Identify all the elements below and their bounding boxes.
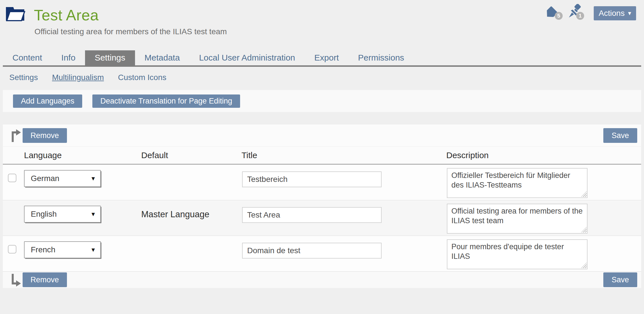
column-header-title: Title [242,150,257,160]
tab-info[interactable]: Info [52,50,85,66]
language-select-german[interactable]: German▼ [24,170,101,187]
remove-button-top[interactable]: Remove [23,128,67,143]
column-header-default: Default [141,150,168,160]
apply-to-selection-up-arrow-icon [10,128,21,144]
table-row-german: German▼ [3,165,641,200]
description-textarea-german[interactable] [447,168,588,198]
tab-content[interactable]: Content [3,50,52,66]
table-top-command-bar: Remove Save [3,124,641,147]
actions-button-label: Actions [599,9,625,18]
dropdown-arrow-icon: ▼ [86,211,100,218]
table-row-french: French▼ [3,236,641,272]
tab-bar: ContentInfoSettingsMetadataLocal User Ad… [3,50,641,66]
language-select-french[interactable]: French▼ [24,241,101,258]
folder-icon [5,5,27,24]
translations-table: Remove Save Language Default Title Descr… [3,124,641,287]
tab-settings[interactable]: Settings [85,50,135,66]
row-checkbox-german[interactable] [8,174,16,182]
page-title: Test Area [34,6,99,24]
title-input-french[interactable] [242,243,382,259]
description-field-wrap [447,168,588,198]
remove-button-bottom[interactable]: Remove [23,272,67,287]
language-select-value: French [25,245,86,254]
chevron-down-icon: ▾ [628,10,631,16]
dropdown-arrow-icon: ▼ [86,175,100,182]
page: Test Area Official testing area for memb… [0,0,644,314]
table-bottom-command-bar: Remove Save [3,272,641,288]
language-select-value: English [25,210,86,219]
save-button-bottom[interactable]: Save [603,272,637,287]
table-row-english: English▼Master Language [3,200,641,236]
page-subtitle: Official testing area for members of the… [34,27,227,36]
table-header-row: Language Default Title Description [3,147,641,165]
tab-underline [3,65,641,67]
description-textarea-english[interactable] [447,204,588,234]
subtab-bar: SettingsMultilingualismCustom Icons [9,72,166,83]
toolbar: Add Languages Deactivate Translation for… [3,90,641,112]
description-field-wrap [447,239,588,269]
deactivate-translation-button[interactable]: Deactivate Translation for Page Editing [92,94,240,108]
master-language-label: Master Language [141,209,209,220]
language-select-english[interactable]: English▼ [24,206,101,223]
tag-count-badge: 5 [555,12,563,20]
row-checkbox-french[interactable] [8,245,16,253]
save-button-top[interactable]: Save [603,128,637,143]
subtab-multilingualism[interactable]: Multilingualism [52,73,104,82]
pin-count-badge: 1 [576,12,584,20]
tab-local-user-administration[interactable]: Local User Administration [190,50,305,66]
tab-permissions[interactable]: Permissions [349,50,414,66]
dropdown-arrow-icon: ▼ [86,247,100,253]
column-header-language: Language [24,150,62,160]
description-field-wrap [447,204,588,234]
subtab-settings[interactable]: Settings [9,73,38,82]
apply-to-selection-down-arrow-icon [10,273,21,289]
table-body: German▼English▼Master LanguageFrench▼ [3,165,641,272]
column-header-description: Description [446,150,489,160]
description-textarea-french[interactable] [447,239,588,269]
add-languages-button[interactable]: Add Languages [13,94,82,108]
title-input-german[interactable] [242,171,382,187]
language-select-value: German [25,174,86,183]
actions-button[interactable]: Actions ▾ [594,6,636,20]
subtab-custom-icons[interactable]: Custom Icons [118,73,166,82]
tab-metadata[interactable]: Metadata [135,50,190,66]
tab-export[interactable]: Export [305,50,349,66]
title-input-english[interactable] [242,207,382,223]
